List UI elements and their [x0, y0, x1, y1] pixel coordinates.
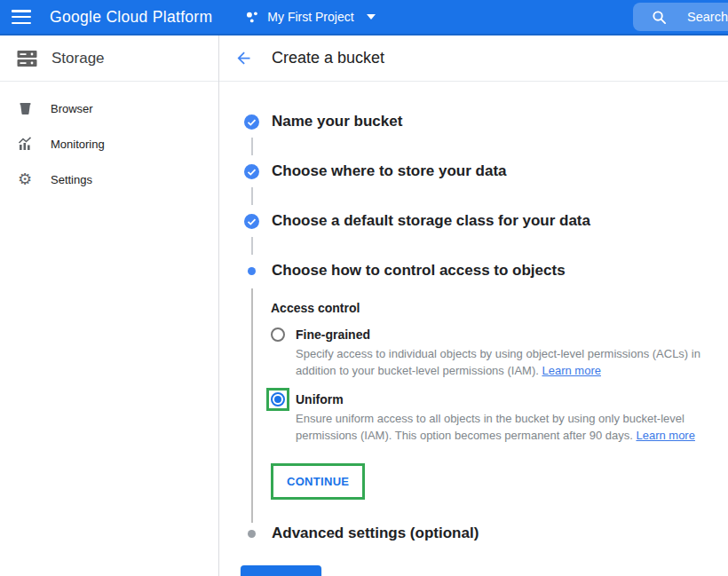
step-active-dot-icon: [244, 264, 259, 279]
project-selector[interactable]: My First Project: [245, 10, 375, 25]
step-access-control[interactable]: Choose how to control access to objects: [241, 260, 728, 281]
project-name: My First Project: [267, 10, 353, 24]
step-completed-check-icon: [244, 114, 259, 130]
step-completed-check-icon: [244, 164, 259, 179]
create-button[interactable]: CREATE: [241, 565, 321, 576]
sidebar-item-label: Settings: [51, 173, 92, 186]
sidebar-item-browser[interactable]: Browser: [0, 91, 218, 126]
fine-grained-option: Fine-grained Specify access to individua…: [271, 327, 728, 380]
search-icon: [652, 10, 667, 25]
product-name: Google Cloud Platform: [50, 8, 212, 27]
step-label: Choose where to store your data: [272, 162, 507, 180]
form-actions: CREATE CANCEL: [241, 565, 728, 576]
sidebar-item-label: Monitoring: [51, 138, 105, 151]
step-connector: [251, 187, 253, 205]
step-storage-class[interactable]: Choose a default storage class for your …: [241, 210, 728, 232]
search-placeholder: Search: [687, 10, 728, 24]
sidebar: Storage Browser Monitoring: [0, 36, 219, 576]
learn-more-link[interactable]: Learn more: [636, 429, 694, 442]
fine-grained-description: Specify access to individual objects by …: [296, 346, 702, 380]
uniform-option: Uniform Ensure uniform access to all obj…: [271, 392, 728, 445]
step-pending-dot-icon: [244, 526, 259, 541]
access-control-label: Access control: [271, 301, 728, 315]
step-label: Choose a default storage class for your …: [272, 212, 590, 230]
step-choose-location[interactable]: Choose where to store your data: [241, 161, 728, 182]
step-connector: [251, 237, 253, 255]
project-icon: [245, 10, 260, 25]
bucket-icon: [16, 101, 34, 116]
uniform-radio[interactable]: [271, 392, 285, 406]
create-bucket-form: Name your bucket Choose where to store y…: [219, 82, 728, 576]
main-panel: Create a bucket Name your bucket Choose …: [219, 36, 728, 576]
app-bar: Google Cloud Platform My First Project S…: [0, 0, 728, 36]
description-text: Ensure uniform access to all objects in …: [296, 412, 684, 442]
sidebar-title: Storage: [51, 50, 105, 67]
page-header: Create a bucket: [219, 36, 728, 82]
description-text: Specify access to individual objects by …: [296, 347, 700, 377]
storage-icon: [16, 49, 38, 68]
sidebar-nav: Browser Monitoring ⚙ Settings: [0, 82, 218, 197]
step-label: Advanced settings (optional): [272, 525, 479, 542]
gear-icon: ⚙: [16, 171, 34, 187]
sidebar-item-label: Browser: [51, 102, 93, 115]
chart-icon: [16, 136, 34, 152]
page-title: Create a bucket: [272, 49, 384, 67]
chevron-down-icon: [367, 14, 376, 20]
access-control-panel: Access control Fine-grained Specify acce…: [251, 288, 728, 523]
sidebar-header: Storage: [0, 36, 218, 82]
highlight-box: [266, 388, 289, 411]
step-completed-check-icon: [244, 214, 259, 229]
fine-grained-label: Fine-grained: [296, 327, 370, 342]
continue-button[interactable]: CONTINUE: [271, 463, 365, 500]
fine-grained-radio[interactable]: [271, 327, 285, 342]
step-label: Name your bucket: [272, 113, 402, 130]
fine-grained-radio-row[interactable]: Fine-grained: [271, 327, 728, 342]
step-connector: [251, 138, 253, 155]
step-label: Choose how to control access to objects: [272, 262, 566, 280]
sidebar-item-settings[interactable]: ⚙ Settings: [0, 162, 218, 197]
menu-icon[interactable]: [12, 10, 31, 24]
back-arrow-icon[interactable]: [233, 48, 254, 69]
learn-more-link[interactable]: Learn more: [542, 364, 600, 377]
sidebar-item-monitoring[interactable]: Monitoring: [0, 126, 218, 162]
uniform-description: Ensure uniform access to all objects in …: [296, 411, 702, 445]
uniform-label: Uniform: [296, 392, 344, 406]
step-advanced-settings[interactable]: Advanced settings (optional): [241, 523, 728, 544]
step-name-your-bucket[interactable]: Name your bucket: [241, 111, 728, 132]
search-input[interactable]: Search: [633, 3, 728, 31]
uniform-radio-row[interactable]: Uniform: [271, 392, 728, 406]
